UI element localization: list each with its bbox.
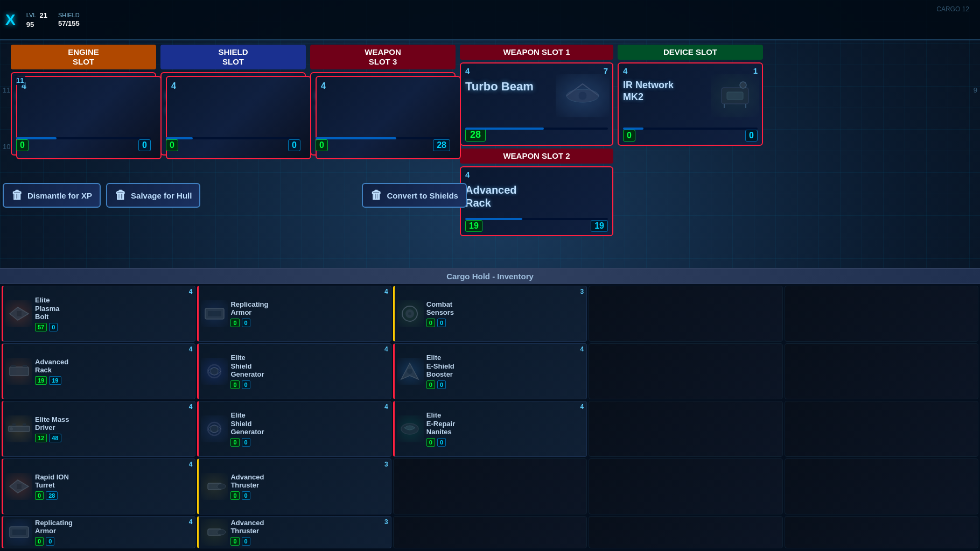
cargo-item-23 xyxy=(393,516,587,548)
weapon3-stat-green: 0 xyxy=(316,139,328,151)
item7-info: EliteShieldGenerator 0 0 xyxy=(230,354,388,389)
item1-stat1: 57 xyxy=(35,323,47,331)
item17-name: AdvancedThruster xyxy=(230,473,388,490)
shield-stat-blue: 0 xyxy=(288,139,300,151)
device-thumbnail xyxy=(711,74,759,117)
item22-info: AdvancedThruster 0 0 xyxy=(230,519,388,546)
engine-card[interactable]: 4 LegendaryThruster 11 0 0 xyxy=(11,72,156,156)
convert-icon: 🗑 xyxy=(370,188,382,202)
cargo-item-18 xyxy=(393,458,587,514)
item16-stat1: 0 xyxy=(35,491,44,500)
svg-point-18 xyxy=(407,369,412,374)
item7-name: EliteShieldGenerator xyxy=(230,354,388,379)
cargo-grid: ElitePlasmaBolt 57 0 4 ReplicatingArmor … xyxy=(0,284,980,550)
y-num-right-9: 9 xyxy=(974,86,977,94)
shield-value: 57/155 xyxy=(58,19,80,27)
svg-rect-21 xyxy=(23,423,26,426)
item3-stat2: 0 xyxy=(437,319,446,327)
item11-stat2: 48 xyxy=(49,434,61,442)
cargo-item-19 xyxy=(589,458,782,514)
cargo-item-6[interactable]: AdvancedRack 19 19 4 xyxy=(2,343,195,399)
cargo-item-17[interactable]: AdvancedThruster 0 0 3 xyxy=(197,458,391,514)
item6-rarity: 4 xyxy=(189,345,193,353)
top-bar: X LVL 21 95 SHIELD 57/155 CARGO 12 xyxy=(0,0,980,40)
weapon2-card[interactable]: 4 AdvancedRack 19 19 xyxy=(460,166,613,236)
item13-info: EliteE-RepairNanites 0 0 xyxy=(426,411,584,447)
svg-point-12 xyxy=(408,312,411,315)
weapon3-card[interactable]: 4 Rapid IONTurret 0 28 xyxy=(310,72,456,156)
dismantle-icon: 🗑 xyxy=(11,188,23,202)
item21-rarity: 4 xyxy=(189,518,193,526)
item13-name: EliteE-RepairNanites xyxy=(426,411,584,436)
item6-info: AdvancedRack 19 19 xyxy=(35,358,193,385)
item12-info: EliteShieldGenerator 0 0 xyxy=(230,411,388,447)
cargo-item-12[interactable]: EliteShieldGenerator 0 0 4 xyxy=(197,401,391,457)
item1-rarity: 4 xyxy=(189,288,193,295)
svg-point-17 xyxy=(211,368,218,375)
cargo-item-5 xyxy=(785,286,978,342)
item12-rarity: 4 xyxy=(384,403,388,411)
item21-stat1: 0 xyxy=(35,537,44,546)
salvage-button[interactable]: 🗑 Salvage for Hull xyxy=(106,183,200,208)
item16-stat2: 28 xyxy=(46,491,58,500)
item17-img xyxy=(201,473,228,500)
cargo-item-13[interactable]: EliteE-RepairNanites 0 0 4 xyxy=(393,401,587,457)
item3-name: CombatSensors xyxy=(426,300,584,317)
device-rarity: 4 xyxy=(623,66,627,75)
weapon3-slot-header: WEAPONSLOT 3 xyxy=(310,45,456,69)
item13-img xyxy=(397,415,424,442)
item17-rarity: 3 xyxy=(384,461,388,468)
cargo-item-22[interactable]: AdvancedThruster 0 0 3 xyxy=(197,516,391,548)
cargo-item-7[interactable]: EliteShieldGenerator 0 0 4 xyxy=(197,343,391,399)
svg-point-24 xyxy=(211,425,218,433)
cargo-item-10 xyxy=(785,343,978,399)
item8-info: EliteE-ShieldBooster 0 0 xyxy=(426,354,584,389)
item16-name: Rapid IONTurret xyxy=(35,473,193,490)
cargo-item-8[interactable]: EliteE-ShieldBooster 0 0 4 xyxy=(393,343,587,399)
device-slot-header: DEVICE SLOT xyxy=(618,45,763,60)
convert-label: Convert to Shields xyxy=(387,191,458,200)
cargo-item-21[interactable]: ReplicatingArmor 0 0 4 xyxy=(2,516,195,548)
item11-name: Elite MassDriver xyxy=(35,415,193,432)
cargo-info: CARGO 12 xyxy=(936,5,969,13)
cargo-item-15 xyxy=(785,401,978,457)
dismantle-button[interactable]: 🗑 Dismantle for XP xyxy=(3,183,101,208)
item7-stat2: 0 xyxy=(242,380,250,389)
cargo-item-1[interactable]: ElitePlasmaBolt 57 0 4 xyxy=(2,286,195,342)
device-card[interactable]: 4 1 IR NetworkMK2 0 0 xyxy=(618,62,763,146)
item16-rarity: 4 xyxy=(189,461,193,468)
cargo-item-11[interactable]: Elite MassDriver 12 48 4 xyxy=(2,401,195,457)
item17-stat1: 0 xyxy=(230,491,239,500)
item12-img xyxy=(201,415,228,442)
item21-stat2: 0 xyxy=(46,537,54,546)
svg-point-4 xyxy=(740,82,746,88)
item7-stat1: 0 xyxy=(230,380,239,389)
equipment-area: ENGINESLOT 4 LegendaryThruster 11 0 0 SH… xyxy=(8,42,980,239)
cargo-item-4 xyxy=(589,286,782,342)
item1-info: ElitePlasmaBolt 57 0 xyxy=(35,296,193,331)
item3-info: CombatSensors 0 0 xyxy=(426,300,584,327)
device-stat-green: 0 xyxy=(623,130,635,142)
shield-card[interactable]: 4 Elite ShieldGenerator 0 0 xyxy=(160,72,306,156)
cargo-item-20 xyxy=(785,458,978,514)
weapon1-card[interactable]: 4 7 Turbo Beam 28 xyxy=(460,62,613,146)
item8-stat1: 0 xyxy=(426,380,435,389)
item2-info: ReplicatingArmor 0 0 xyxy=(230,300,388,327)
item11-stat1: 12 xyxy=(35,434,47,442)
cargo-item-16[interactable]: Rapid IONTurret 0 28 4 xyxy=(2,458,195,514)
convert-button[interactable]: 🗑 Convert to Shields xyxy=(362,183,467,208)
weapon1-slot-header: WEAPON SLOT 1 xyxy=(460,45,613,60)
svg-rect-13 xyxy=(10,367,29,376)
weapon2-stat-left: 19 xyxy=(465,220,482,232)
svg-rect-3 xyxy=(727,92,743,100)
cargo-item-2[interactable]: ReplicatingArmor 0 0 4 xyxy=(197,286,391,342)
item11-info: Elite MassDriver 12 48 xyxy=(35,415,193,442)
cargo-item-3[interactable]: CombatSensors 0 0 3 xyxy=(393,286,587,342)
cargo-title: Cargo Hold - Inventory xyxy=(0,269,980,284)
weapon1-rarity: 4 xyxy=(465,66,470,75)
y-num-10: 10 xyxy=(3,143,10,151)
item21-img xyxy=(5,519,32,546)
item11-rarity: 4 xyxy=(189,403,193,411)
item13-rarity: 4 xyxy=(580,403,584,411)
device-stat-blue: 0 xyxy=(745,130,758,142)
